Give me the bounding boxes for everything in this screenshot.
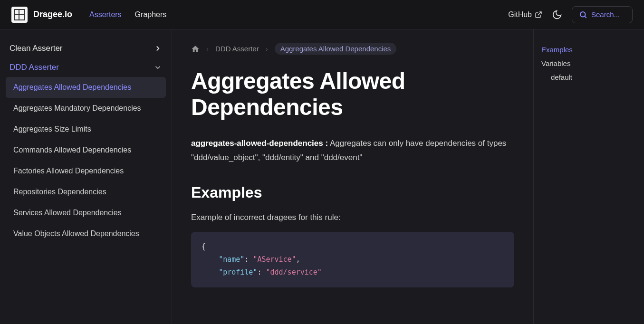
example-label: Example of incorrect dragees for this ru… <box>191 213 514 222</box>
search-button[interactable]: Search... <box>572 6 633 23</box>
sidebar-item-factories-allowed[interactable]: Factories Allowed Dependencies <box>6 161 166 181</box>
main-content: › DDD Asserter › Aggregates Allowed Depe… <box>172 29 533 324</box>
sidebar-item-commands-allowed[interactable]: Commands Allowed Dependencies <box>6 140 166 161</box>
page-title: Aggregates Allowed Dependencies <box>191 68 514 120</box>
nav-asserters[interactable]: Asserters <box>89 10 122 19</box>
breadcrumb-separator: › <box>206 45 209 53</box>
moon-icon <box>552 10 562 20</box>
breadcrumb-ddd-asserter[interactable]: DDD Asserter <box>215 45 259 53</box>
code-key: "profile" <box>219 268 257 276</box>
theme-toggle[interactable] <box>552 10 562 20</box>
sidebar-section-label: Clean Asserter <box>10 44 63 53</box>
github-link[interactable]: GitHub <box>508 10 542 19</box>
breadcrumb: › DDD Asserter › Aggregates Allowed Depe… <box>191 43 514 55</box>
sidebar-item-aggregates-size[interactable]: Aggregates Size Limits <box>6 119 166 140</box>
sidebar-section-ddd-asserter[interactable]: DDD Asserter <box>6 58 166 77</box>
brand-name[interactable]: Dragee.io <box>33 10 72 19</box>
examples-heading: Examples <box>191 184 514 201</box>
external-link-icon <box>535 11 542 19</box>
home-icon <box>191 45 200 53</box>
search-label: Search... <box>591 10 620 19</box>
rule-description: aggregates-allowed-dependencies : Aggreg… <box>191 136 514 165</box>
code-key: "name" <box>219 255 244 264</box>
logo[interactable] <box>11 7 28 23</box>
toc-default[interactable]: default <box>541 70 621 84</box>
code-string: "ddd/service" <box>266 268 321 276</box>
chevron-right-icon <box>154 44 162 53</box>
header: Dragee.io Asserters Graphers GitHub Sear… <box>0 0 644 29</box>
sidebar-item-services-allowed[interactable]: Services Allowed Dependencies <box>6 202 166 223</box>
table-of-contents: Examples Variables default <box>533 29 628 324</box>
sidebar-section-clean-asserter[interactable]: Clean Asserter <box>6 39 166 58</box>
svg-point-1 <box>580 12 586 17</box>
code-string: "AService" <box>253 255 296 264</box>
toc-examples[interactable]: Examples <box>541 43 621 57</box>
sidebar-section-label: DDD Asserter <box>10 63 59 72</box>
sidebar: Clean Asserter DDD Asserter Aggregates A… <box>0 29 172 324</box>
rule-name: aggregates-allowed-dependencies : <box>191 139 328 148</box>
sidebar-item-aggregates-mandatory[interactable]: Aggregates Mandatory Dependencies <box>6 98 166 119</box>
github-label: GitHub <box>508 10 532 19</box>
nav-graphers[interactable]: Graphers <box>135 10 167 19</box>
svg-line-2 <box>585 16 586 18</box>
code-block: { "name": "AService", "profile": "ddd/se… <box>191 232 514 287</box>
breadcrumb-current: Aggregates Allowed Dependencies <box>275 43 397 55</box>
breadcrumb-separator: › <box>266 45 268 53</box>
sidebar-item-value-objects[interactable]: Value Objects Allowed Dependencies <box>6 223 166 244</box>
breadcrumb-home[interactable] <box>191 45 200 53</box>
svg-line-0 <box>538 12 541 15</box>
toc-variables[interactable]: Variables <box>541 57 621 70</box>
sidebar-item-repositories[interactable]: Repositories Dependencies <box>6 181 166 202</box>
sidebar-item-aggregates-allowed[interactable]: Aggregates Allowed Dependencies <box>6 77 166 98</box>
chevron-down-icon <box>154 63 162 72</box>
search-icon <box>579 10 587 19</box>
